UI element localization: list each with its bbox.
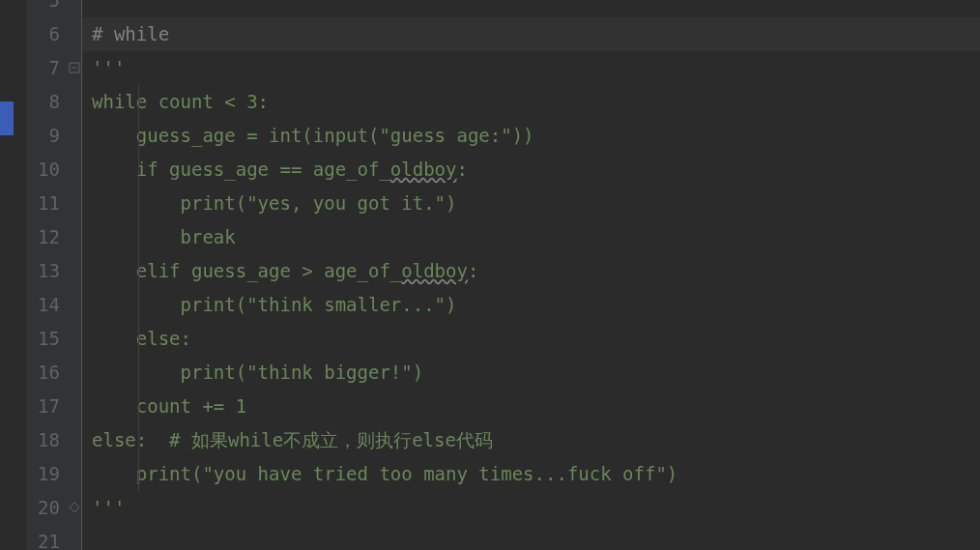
line-number: 12 — [27, 220, 60, 254]
line-number: 19 — [27, 457, 60, 491]
line-number: 20 — [27, 491, 60, 525]
code-line[interactable]: guess_age = int(input("guess age:")) — [82, 119, 980, 153]
line-number: 7 — [27, 51, 60, 85]
code-line[interactable]: count += 1 — [82, 390, 980, 423]
line-number: 21 — [27, 525, 60, 550]
code-line[interactable]: print("think smaller...") — [82, 288, 980, 322]
fold-gutter — [68, 0, 81, 550]
code-token: guess_age = int(input("guess age:")) — [92, 125, 534, 146]
line-number-gutter: 56789101112131415161718192021 — [27, 0, 68, 550]
line-number: 17 — [27, 390, 60, 423]
line-number: 5 — [27, 0, 60, 17]
code-token: if guess_age == age_of_ — [92, 159, 390, 180]
code-token: print("yes, you got it.") — [92, 192, 457, 214]
line-number: 11 — [27, 187, 60, 220]
code-line[interactable]: else: — [82, 322, 980, 356]
code-line[interactable]: while count < 3: — [82, 85, 980, 119]
code-line[interactable]: elif guess_age > age_of_oldboy: — [82, 254, 980, 288]
code-token: print("think smaller...") — [92, 294, 457, 315]
line-number: 16 — [27, 356, 60, 390]
code-token: : — [468, 260, 478, 281]
line-number: 6 — [27, 17, 60, 51]
code-token: count += 1 — [92, 395, 246, 417]
code-token: print("you have tried too many times...f… — [92, 463, 677, 484]
line-number: 9 — [27, 119, 60, 153]
code-token: oldboy — [401, 260, 468, 281]
code-line[interactable]: print("yes, you got it.") — [82, 187, 980, 220]
fold-start-icon[interactable] — [68, 61, 81, 74]
fold-end-icon[interactable] — [68, 501, 81, 514]
breakpoint-indicator — [0, 101, 14, 135]
left-margin — [0, 0, 27, 550]
code-token: ''' — [92, 57, 125, 78]
code-token: else: — [92, 328, 191, 349]
code-token: break — [92, 226, 236, 247]
code-line[interactable] — [82, 525, 980, 550]
code-token: print("think bigger!") — [92, 362, 423, 383]
code-line[interactable]: # while — [82, 17, 980, 51]
code-line[interactable]: ''' — [82, 51, 980, 85]
code-token: oldboy — [390, 159, 457, 180]
code-line[interactable]: break — [82, 220, 980, 254]
code-token: # while — [92, 23, 169, 44]
line-number: 13 — [27, 254, 60, 288]
code-editor[interactable]: 56789101112131415161718192021 # while'''… — [0, 0, 980, 550]
code-token: while count < 3: — [92, 91, 269, 112]
code-line[interactable]: if guess_age == age_of_oldboy: — [82, 153, 980, 187]
code-area[interactable]: # while'''while count < 3: guess_age = i… — [82, 0, 980, 550]
code-token: : — [457, 159, 468, 180]
line-number: 15 — [27, 322, 60, 356]
line-number: 10 — [27, 153, 60, 187]
code-token: else: # 如果while不成立，则执行else代码 — [92, 429, 493, 450]
code-line[interactable]: print("you have tried too many times...f… — [82, 457, 980, 491]
line-number: 18 — [27, 423, 60, 457]
code-token: ''' — [92, 497, 125, 518]
code-line[interactable]: else: # 如果while不成立，则执行else代码 — [82, 423, 980, 457]
code-line[interactable]: ''' — [82, 491, 980, 525]
code-line[interactable]: print("think bigger!") — [82, 356, 980, 390]
line-number: 14 — [27, 288, 60, 322]
code-line[interactable] — [82, 0, 980, 17]
line-number: 8 — [27, 85, 60, 119]
